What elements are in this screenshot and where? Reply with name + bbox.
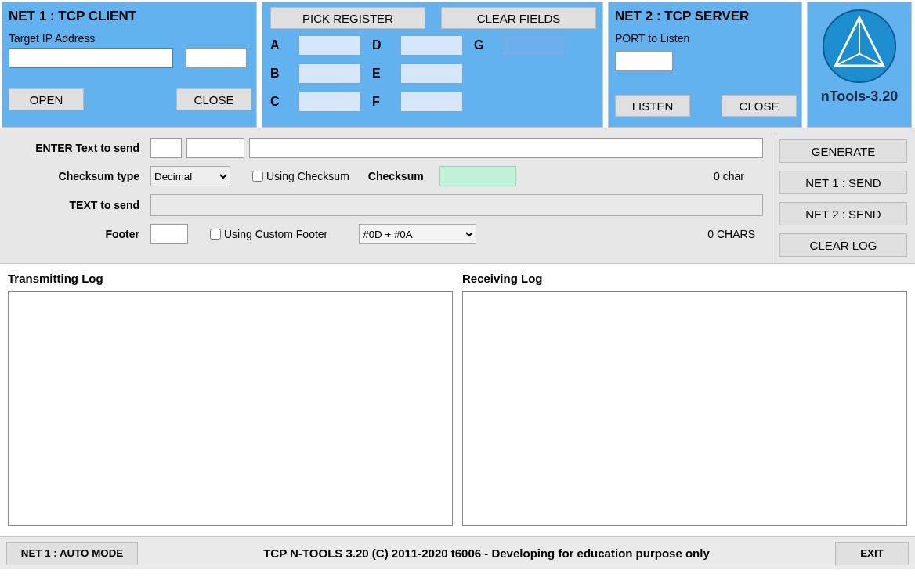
reg-c-input[interactable]: [298, 92, 361, 112]
enter-text-label: ENTER Text to send: [11, 142, 150, 154]
clear-fields-button[interactable]: CLEAR FIELDS: [441, 7, 596, 29]
net1-close-button[interactable]: CLOSE: [176, 88, 251, 110]
reg-b-label: B: [270, 67, 288, 81]
using-footer-label: Using Custom Footer: [224, 228, 327, 240]
net1-title: NET 1 : TCP CLIENT: [9, 9, 251, 24]
brand-name: nTools-3.20: [821, 88, 899, 105]
reg-c-label: C: [270, 95, 288, 109]
net1-open-button[interactable]: OPEN: [9, 88, 84, 110]
net2-panel: NET 2 : TCP SERVER PORT to Listen LISTEN…: [608, 2, 802, 128]
footer-select[interactable]: #0D + #0A: [359, 224, 476, 244]
checksum-label: Checksum: [368, 170, 424, 182]
checksum-type-select[interactable]: Decimal: [150, 166, 230, 186]
footer-label: Footer: [11, 228, 150, 240]
send-main-input[interactable]: [249, 138, 763, 158]
checksum-type-label: Checksum type: [11, 170, 150, 182]
chars-count-text: 0 CHARS: [707, 228, 763, 240]
auto-mode-button[interactable]: NET 1 : AUTO MODE: [6, 542, 138, 565]
reg-f-label: F: [372, 95, 389, 109]
net1-ip-label: Target IP Address: [9, 32, 251, 45]
rx-log-title: Receiving Log: [462, 272, 907, 285]
net1-send-button[interactable]: NET 1 : SEND: [779, 171, 907, 194]
tx-log-title: Transmitting Log: [8, 272, 453, 285]
generate-button[interactable]: GENERATE: [779, 139, 907, 163]
send-prefix2-input[interactable]: [186, 138, 244, 158]
status-bar: NET 1 : AUTO MODE TCP N-TOOLS 3.20 (C) 2…: [0, 536, 915, 569]
reg-e-input[interactable]: [400, 63, 463, 84]
net1-ip-input[interactable]: [9, 48, 173, 68]
reg-g-label: G: [474, 38, 491, 52]
registers-panel: PICK REGISTER CLEAR FIELDS A D G B E C F: [262, 2, 603, 128]
char-count-text: 0 char: [714, 170, 763, 182]
text-to-send-display: [150, 194, 763, 216]
action-column: GENERATE NET 1 : SEND NET 2 : SEND CLEAR…: [776, 133, 910, 263]
net2-listen-button[interactable]: LISTEN: [615, 95, 690, 117]
footer-input[interactable]: [150, 224, 188, 244]
reg-e-label: E: [372, 67, 389, 81]
net1-port-input[interactable]: [186, 48, 247, 68]
pick-register-button[interactable]: PICK REGISTER: [270, 7, 425, 29]
app-logo-icon: [822, 9, 897, 84]
status-text: TCP N-TOOLS 3.20 (C) 2011-2020 t6006 - D…: [138, 547, 835, 560]
using-checksum-checkbox[interactable]: [252, 171, 263, 182]
tx-log-box[interactable]: [8, 291, 453, 526]
net2-send-button[interactable]: NET 2 : SEND: [779, 202, 907, 225]
using-footer-checkbox[interactable]: [210, 229, 221, 240]
rx-log-box[interactable]: [462, 291, 907, 526]
reg-d-input[interactable]: [400, 35, 463, 56]
reg-f-input[interactable]: [400, 92, 463, 112]
net1-panel: NET 1 : TCP CLIENT Target IP Address OPE…: [2, 2, 257, 128]
reg-g-input[interactable]: [502, 35, 565, 56]
send-prefix1-input[interactable]: [150, 138, 182, 158]
checksum-value-input[interactable]: [439, 166, 516, 186]
reg-a-label: A: [270, 38, 288, 52]
reg-d-label: D: [372, 38, 389, 52]
net2-title: NET 2 : TCP SERVER: [615, 9, 797, 24]
reg-b-input[interactable]: [298, 63, 361, 84]
text-to-send-label: TEXT to send: [11, 199, 150, 211]
reg-a-input[interactable]: [298, 35, 361, 56]
net2-port-input[interactable]: [615, 51, 673, 71]
brand-panel: nTools-3.20: [807, 2, 912, 128]
net2-port-label: PORT to Listen: [615, 32, 797, 45]
send-area: ENTER Text to send Checksum type Decimal…: [5, 133, 769, 263]
net2-close-button[interactable]: CLOSE: [722, 95, 797, 117]
using-checksum-label: Using Checksum: [266, 170, 349, 182]
exit-button[interactable]: EXIT: [835, 542, 909, 565]
clear-log-button[interactable]: CLEAR LOG: [779, 233, 907, 257]
